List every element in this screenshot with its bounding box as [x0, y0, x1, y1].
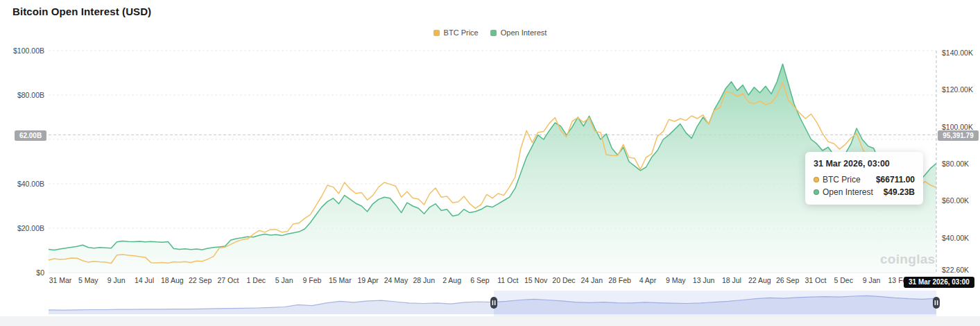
- pause-bar-icon: [937, 300, 938, 305]
- pause-bar-icon: [495, 300, 496, 305]
- tooltip-label: BTC Price: [823, 175, 861, 185]
- y-axis-label-left: $0: [0, 268, 44, 277]
- pause-bar-icon: [935, 300, 936, 305]
- pause-bar-icon: [492, 300, 494, 305]
- tooltip: 31 Mar 2026, 03:00 BTC Price $66711.00 O…: [805, 152, 923, 205]
- y-axis-label-right: $40.00K: [942, 234, 980, 242]
- legend-label: BTC Price: [444, 28, 479, 37]
- coinglass-watermark: coinglass: [877, 250, 936, 269]
- y-axis-label-left: $20.00B: [0, 224, 44, 232]
- y-axis-label-right: $120.00K: [942, 85, 980, 94]
- y-axis-label-left: $80.00B: [0, 91, 44, 99]
- legend-item-btc-price[interactable]: BTC Price: [433, 28, 479, 37]
- page-background-strip: [0, 316, 980, 326]
- y-axis-label-left: $40.00B: [0, 180, 44, 188]
- legend: BTC Price Open Interest: [0, 28, 980, 37]
- open-interest-chart-panel: Bitcoin Open Interest (USD) BTC Price Op…: [0, 0, 980, 326]
- page-title: Bitcoin Open Interest (USD): [12, 6, 151, 17]
- y-axis-label-right: $100.00K: [942, 123, 980, 131]
- btc-price-swatch-icon: [433, 30, 440, 36]
- tooltip-value: $66711.00: [876, 175, 915, 185]
- y-axis-label-left: $100.00B: [0, 46, 44, 55]
- y-axis-label-right: $80.00K: [942, 160, 980, 168]
- y-axis-label-right: $140.00K: [942, 49, 980, 57]
- tooltip-row-btc-price: BTC Price $66711.00: [814, 175, 915, 185]
- open-interest-dot-icon: [814, 189, 819, 195]
- tooltip-row-open-interest: Open Interest $49.23B: [814, 187, 915, 197]
- crosshair-date-label: 31 Mar 2026, 03:00: [904, 277, 974, 288]
- y-axis-label-right: $22.60K: [942, 266, 980, 274]
- btc-price-dot-icon: [814, 177, 819, 182]
- tooltip-label: Open Interest: [823, 187, 873, 197]
- legend-item-open-interest[interactable]: Open Interest: [490, 28, 547, 37]
- left-axis-current-value-badge: 62.00B: [15, 130, 46, 141]
- open-interest-swatch-icon: [490, 30, 497, 36]
- navigator-selected-range[interactable]: [494, 291, 936, 316]
- tooltip-date: 31 Mar 2026, 03:00: [814, 159, 915, 169]
- watermark-text: coinglass: [880, 252, 936, 267]
- y-axis-label-right: $60.00K: [942, 196, 980, 205]
- tooltip-value: $49.23B: [884, 187, 915, 197]
- navigator-handle-left[interactable]: [490, 297, 497, 309]
- legend-label: Open Interest: [501, 28, 547, 37]
- navigator-handle-right[interactable]: [933, 297, 940, 309]
- right-axis-current-value-badge: 95,391.79: [938, 130, 979, 141]
